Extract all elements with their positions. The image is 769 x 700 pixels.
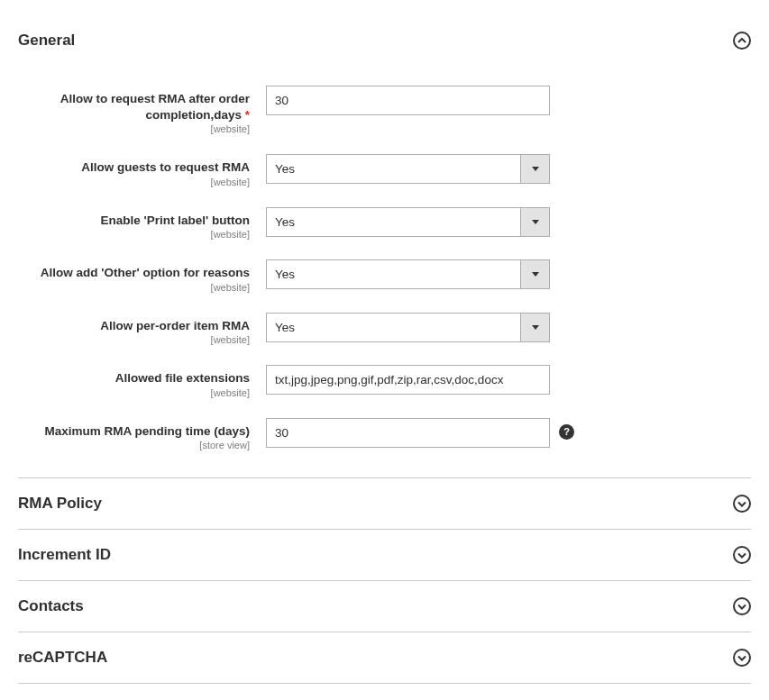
field-row-print-label: Enable 'Print label' button [website] Ye…	[18, 207, 751, 241]
label-print-label: Enable 'Print label' button	[18, 213, 250, 229]
collapse-down-icon	[733, 597, 751, 615]
collapse-down-icon	[733, 495, 751, 513]
section-title-rma-policy: RMA Policy	[18, 495, 102, 513]
required-marker: *	[245, 108, 250, 122]
scope-file-ext: [website]	[18, 387, 250, 398]
help-icon[interactable]: ?	[559, 424, 574, 440]
input-rma-days[interactable]	[266, 86, 550, 115]
label-pending-time: Maximum RMA pending time (days)	[18, 423, 250, 440]
section-header-general[interactable]: General	[18, 14, 751, 59]
select-guest-rma[interactable]: Yes	[266, 154, 550, 184]
label-per-order: Allow per-order item RMA	[18, 318, 250, 334]
field-row-rma-days: Allow to request RMA after order complet…	[18, 86, 751, 134]
scope-per-order: [website]	[18, 334, 250, 345]
input-file-ext[interactable]	[266, 365, 550, 395]
section-header-rma-policy[interactable]: RMA Policy	[18, 478, 751, 530]
collapse-down-icon	[733, 546, 751, 564]
section-title-general: General	[18, 32, 75, 50]
section-title-contacts: Contacts	[18, 597, 84, 615]
scope-print-label: [website]	[18, 229, 250, 240]
chevron-down-icon	[520, 154, 550, 184]
field-row-guest-rma: Allow guests to request RMA [website] Ye…	[18, 154, 751, 187]
select-per-order[interactable]: Yes	[266, 313, 550, 342]
field-row-file-ext: Allowed file extensions [website]	[18, 365, 751, 398]
scope-other-reason: [website]	[18, 282, 250, 293]
collapse-up-icon	[733, 32, 751, 50]
section-title-recaptcha: reCAPTCHA	[18, 649, 107, 667]
scope-guest-rma: [website]	[18, 177, 250, 187]
chevron-down-icon	[520, 207, 550, 237]
scope-rma-days: [website]	[18, 123, 250, 134]
section-body-general: Allow to request RMA after order complet…	[18, 59, 751, 478]
label-guest-rma: Allow guests to request RMA	[18, 159, 250, 176]
chevron-down-icon	[520, 259, 550, 289]
label-rma-days: Allow to request RMA after order complet…	[18, 91, 250, 123]
field-row-per-order: Allow per-order item RMA [website] Yes	[18, 313, 751, 346]
chevron-down-icon	[520, 313, 550, 342]
section-header-recaptcha[interactable]: reCAPTCHA	[18, 632, 751, 684]
section-header-contacts[interactable]: Contacts	[18, 581, 751, 632]
input-pending-time[interactable]	[266, 418, 550, 448]
scope-pending-time: [store view]	[18, 440, 250, 450]
label-other-reason: Allow add 'Other' option for reasons	[18, 265, 250, 281]
section-header-increment-id[interactable]: Increment ID	[18, 530, 751, 581]
label-file-ext: Allowed file extensions	[18, 370, 250, 386]
section-title-increment-id: Increment ID	[18, 546, 111, 564]
field-row-pending-time: Maximum RMA pending time (days) [store v…	[18, 418, 751, 451]
select-print-label[interactable]: Yes	[266, 207, 550, 237]
field-row-other-reason: Allow add 'Other' option for reasons [we…	[18, 259, 751, 293]
select-other-reason[interactable]: Yes	[266, 259, 550, 289]
collapse-down-icon	[733, 649, 751, 667]
